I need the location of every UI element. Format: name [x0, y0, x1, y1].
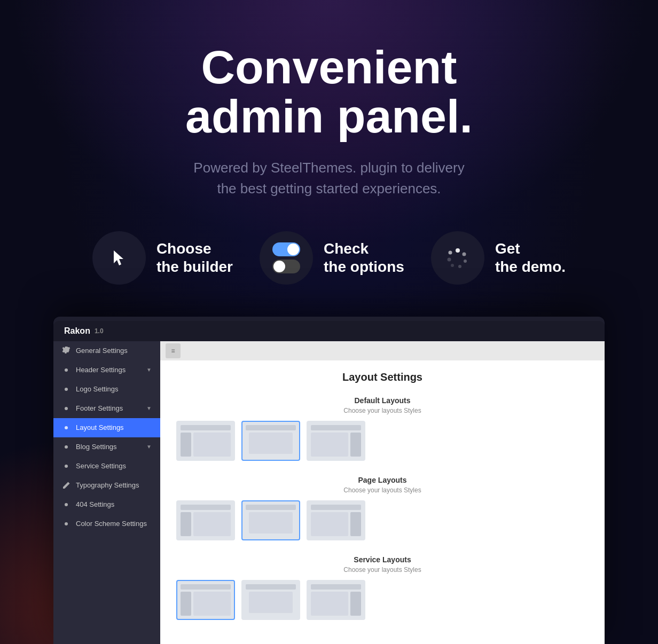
service-lc-body-1 — [181, 592, 231, 616]
page-lc-body-2 — [246, 512, 296, 533]
lc-header — [181, 425, 231, 430]
default-layout-options — [176, 421, 589, 461]
sidebar-item-404[interactable]: 404 Settings — [53, 495, 160, 514]
sidebar-item-blog[interactable]: Blog Settings ▼ — [53, 437, 160, 457]
service-layouts-title: Service Layouts — [176, 555, 589, 564]
blog-arrow-icon: ▼ — [146, 444, 152, 450]
gear-icon-header — [62, 366, 70, 374]
page-layout-options — [176, 500, 589, 540]
sidebar-item-typography[interactable]: Typography Settings — [53, 476, 160, 495]
page-lc-body-3 — [311, 512, 361, 536]
service-lc-body-3 — [311, 592, 361, 616]
lc-body — [181, 433, 231, 457]
default-layout-card-3[interactable] — [307, 421, 365, 461]
lc-content — [193, 433, 231, 457]
panel-brand: Rakon 1.0 — [64, 326, 104, 336]
toggle-icon — [272, 242, 300, 273]
page-lc-full — [249, 512, 293, 533]
svg-point-2 — [464, 260, 467, 263]
service-lc-body-2 — [246, 592, 296, 613]
default-layouts-subtitle: Choose your layouts Styles — [176, 407, 589, 414]
page-lc-content-1 — [193, 512, 231, 536]
sidebar-label-colorscheme: Color Scheme Settings — [76, 520, 147, 528]
sidebar-item-general[interactable]: General Settings — [53, 341, 160, 360]
service-layouts-subtitle: Choose your layouts Styles — [176, 566, 589, 574]
sidebar-label-footer: Footer Settings — [76, 404, 123, 412]
gear-icon-footer — [62, 404, 70, 413]
gear-icon — [62, 347, 70, 355]
panel-brand-name: Rakon — [64, 326, 90, 336]
lc-header-3 — [311, 425, 361, 430]
svg-point-3 — [458, 265, 461, 268]
page-lc-content-3 — [311, 512, 348, 536]
step-icon-cursor — [92, 231, 146, 285]
gear-icon-404 — [62, 500, 70, 509]
panel-version: 1.0 — [95, 327, 104, 335]
step-demo-label: Getthe demo. — [495, 240, 566, 276]
page-layout-card-1[interactable] — [176, 500, 235, 540]
svg-point-0 — [456, 248, 460, 253]
hero-subtitle: Powered by SteelThemes. plugin to delive… — [142, 158, 516, 199]
page-layout-card-2[interactable] — [241, 500, 300, 540]
page-lc-header-2 — [246, 505, 296, 510]
hero-section: Convenientadmin panel. Powered by SteelT… — [0, 0, 658, 644]
sidebar-item-service[interactable]: Service Settings — [53, 457, 160, 476]
sidebar-label-typography: Typography Settings — [76, 481, 139, 489]
step-choose-builder: Choosethe builder — [92, 231, 233, 285]
svg-point-6 — [448, 250, 452, 254]
service-layout-card-3[interactable] — [307, 580, 365, 620]
sidebar-label-blog: Blog Settings — [76, 443, 117, 451]
page-layouts-title: Page Layouts — [176, 476, 589, 484]
step-options-label: Checkthe options — [324, 240, 404, 276]
cursor-svg — [109, 248, 129, 268]
toggle-knob-top — [287, 244, 299, 255]
gear-icon-blog — [62, 443, 70, 451]
sidebar-item-header[interactable]: Header Settings ▼ — [53, 360, 160, 380]
default-layouts-title: Default Layouts — [176, 396, 589, 405]
service-lc-header-1 — [181, 584, 231, 590]
svg-point-4 — [451, 264, 454, 267]
service-lc-full — [249, 592, 293, 613]
lc-sidebar-3 — [350, 433, 361, 457]
steps-row: Choosethe builder Checkthe options — [21, 231, 637, 285]
content-title: Layout Settings — [176, 371, 589, 383]
page-layouts-subtitle: Choose your layouts Styles — [176, 486, 589, 494]
sidebar-label-logo: Logo Settings — [76, 385, 119, 393]
service-layout-card-2[interactable] — [241, 580, 300, 620]
svg-point-1 — [462, 252, 466, 256]
default-layout-card-2[interactable] — [241, 421, 300, 461]
service-lc-content-3 — [311, 592, 348, 616]
service-layout-card-1[interactable] — [176, 580, 235, 620]
gear-icon-logo — [62, 385, 70, 394]
page-lc-sidebar-1 — [181, 512, 191, 536]
sidebar-item-layout[interactable]: Layout Settings — [53, 418, 160, 437]
sidebar-item-colorscheme[interactable]: Color Scheme Settings — [53, 514, 160, 533]
page-lc-header-3 — [311, 505, 361, 510]
toggle-knob-bottom — [273, 261, 285, 272]
footer-arrow-icon: ▼ — [146, 405, 152, 411]
step-choose-label: Choosethe builder — [156, 240, 233, 276]
panel-container: Rakon 1.0 General Settings Header Settin… — [53, 317, 605, 644]
sidebar-item-logo[interactable]: Logo Settings — [53, 380, 160, 399]
service-layout-options — [176, 580, 589, 620]
sidebar-label-header: Header Settings — [76, 366, 126, 374]
service-lc-content-1 — [193, 592, 231, 616]
toolbar-menu-btn[interactable]: ≡ — [166, 343, 181, 358]
lc-body-3 — [311, 433, 361, 457]
sidebar-label-service: Service Settings — [76, 462, 126, 470]
page-layout-card-3[interactable] — [307, 500, 365, 540]
content-toolbar: ≡ — [160, 341, 605, 360]
service-layouts-section: Service Layouts Choose your layouts Styl… — [176, 555, 589, 620]
sidebar-label-404: 404 Settings — [76, 500, 114, 508]
lc-body-2 — [246, 433, 296, 454]
default-layout-card-1[interactable] — [176, 421, 235, 461]
header-arrow-icon: ▼ — [146, 367, 152, 373]
lc-content-3 — [311, 433, 348, 457]
step-check-options: Checkthe options — [260, 231, 404, 285]
sidebar-item-footer[interactable]: Footer Settings ▼ — [53, 399, 160, 418]
service-lc-header-3 — [311, 584, 361, 590]
svg-point-5 — [447, 257, 451, 261]
service-lc-sidebar-1 — [181, 592, 191, 616]
sidebar: General Settings Header Settings ▼ Logo … — [53, 341, 160, 644]
toggle-track-bottom — [272, 260, 300, 273]
